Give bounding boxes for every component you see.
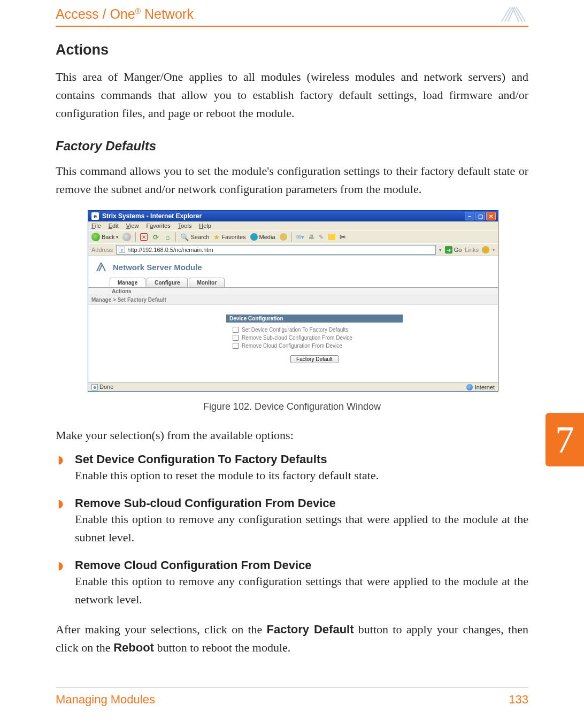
module-title: Network Server Module [113,263,202,272]
option-desc-3: Enable this option to remove any configu… [75,572,528,609]
ie-app-icon: e [91,212,99,220]
ie-menubar[interactable]: File Edit View Favorites Tools Help [88,221,498,230]
maximize-button[interactable]: ▢ [475,212,485,220]
search-button[interactable]: 🔍Search [180,233,209,241]
brand-sup: ® [135,6,141,15]
options-list: Set Device Configuration To Factory Defa… [56,453,528,609]
strix-logo-icon [498,5,528,22]
ie-toolbar: Back ▾ ✕ ⟳ ⌂ 🔍Search ★Favorites Media ✉▾… [88,230,498,243]
subsection-title: Factory Defaults [56,139,528,154]
checkbox-label-3: Remove Cloud Configuration From Device [242,343,342,349]
minimize-button[interactable]: – [465,212,474,220]
go-icon: ➜ [445,246,452,254]
checkbox-label-1: Set Device Configuration To Factory Defa… [242,327,348,333]
page-icon: e [119,247,125,253]
footer-section: Managing Modules [56,693,155,707]
checkbox-remove-cloud[interactable] [233,343,239,349]
menu-tools[interactable]: Tools [178,223,192,229]
menu-help[interactable]: Help [199,223,211,229]
module-logo-icon [95,260,107,273]
list-item: Remove Sub-cloud Configuration From Devi… [56,496,528,547]
ie-addressbar-row: Address e http://192.168.0.5/nc/ncmain.h… [88,243,498,256]
device-config-panel: Device Configuration Set Device Configur… [226,315,403,369]
menu-edit[interactable]: Edit [109,223,119,229]
panel-title: Device Configuration [226,315,403,323]
star-icon: ★ [213,233,220,241]
page-footer: Managing Modules 133 [56,687,528,707]
ie-titlebar: e Strix Systems - Internet Explorer – ▢ … [88,211,498,221]
status-right: Internet [475,384,495,390]
option-title-1: Set Device Configuration To Factory Defa… [75,453,528,466]
make-selection-text: Make your selection(s) from the availabl… [56,426,528,445]
media-button[interactable]: Media [250,233,275,241]
favorites-button[interactable]: ★Favorites [213,233,245,241]
ie-content: Network Server Module Manage Configure M… [88,256,498,382]
section-title: Actions [56,42,528,58]
checkbox-label-2: Remove Sub-cloud Configuration From Devi… [242,335,352,341]
checkbox-factory-defaults[interactable] [233,327,239,333]
refresh-button[interactable]: ⟳ [152,233,159,241]
ie-window: e Strix Systems - Internet Explorer – ▢ … [88,210,498,392]
figure-caption: Figure 102. Device Configuration Window [56,401,528,412]
address-dropdown-icon[interactable]: ▾ [439,247,442,252]
forward-button[interactable] [122,233,131,241]
tab-configure[interactable]: Configure [147,278,188,287]
mail-button[interactable]: ✉▾ [296,234,304,241]
after-paragraph: After making your selections, click on t… [56,620,528,657]
intro-paragraph: This area of Manger/One applies to all m… [56,68,528,122]
address-value: http://192.168.0.5/nc/ncmain.htm [127,247,213,253]
checkbox-remove-subcloud[interactable] [233,335,239,341]
internet-zone-icon [466,384,473,390]
forward-icon [122,233,131,241]
close-button[interactable]: ✕ [486,212,496,220]
breadcrumb: Manage > Set Factory Default [88,295,498,305]
norton-icon[interactable] [482,246,489,254]
address-input[interactable]: e http://192.168.0.5/nc/ncmain.htm [116,245,435,255]
status-left: Done [99,384,113,390]
ie-statusbar: e Done Internet [88,382,498,391]
menu-file[interactable]: File [91,223,101,229]
history-button[interactable] [280,233,287,241]
list-item: Set Device Configuration To Factory Defa… [56,453,528,485]
menu-view[interactable]: View [126,223,139,229]
tab-manage[interactable]: Manage [110,278,145,287]
status-page-icon: e [91,384,98,390]
option-title-2: Remove Sub-cloud Configuration From Devi… [75,496,528,510]
brand-post: Network [141,6,194,21]
tab-monitor[interactable]: Monitor [189,278,225,287]
subtab-actions[interactable]: Actions [88,287,498,295]
factory-default-button[interactable]: Factory Default [290,355,339,363]
chapter-tab: 7 [545,413,584,466]
address-label: Address [91,247,113,253]
menu-favorites[interactable]: Favorites [146,223,170,229]
subsection-intro: This command allows you to set the modul… [56,162,528,198]
media-icon [250,233,258,241]
print-button[interactable]: 🖶 [309,234,314,240]
brand-pre: Access / One [56,6,135,21]
ie-title-text: Strix Systems - Internet Explorer [102,212,202,220]
header-rule [56,26,528,27]
back-button[interactable]: Back ▾ [91,233,118,241]
cut-icon[interactable]: ✂ [340,233,346,241]
list-item: Remove Cloud Configuration From Device E… [56,558,528,609]
option-title-3: Remove Cloud Configuration From Device [75,558,528,572]
page-number: 133 [509,693,528,707]
option-desc-1: Enable this option to reset the module t… [75,466,528,485]
links-label[interactable]: Links [465,247,479,253]
edit-button[interactable]: ✎ [319,234,324,241]
stop-button[interactable]: ✕ [140,233,148,241]
search-icon: 🔍 [180,233,189,241]
option-desc-2: Enable this option to remove any configu… [75,510,528,547]
folder-icon[interactable] [328,234,335,240]
go-button[interactable]: ➜Go [445,246,462,254]
tab-row: Manage Configure Monitor [110,278,498,287]
figure-screenshot: e Strix Systems - Internet Explorer – ▢ … [88,210,528,392]
brand-header: Access / One® Network [56,6,194,22]
back-icon [91,233,100,241]
home-button[interactable]: ⌂ [164,233,171,241]
